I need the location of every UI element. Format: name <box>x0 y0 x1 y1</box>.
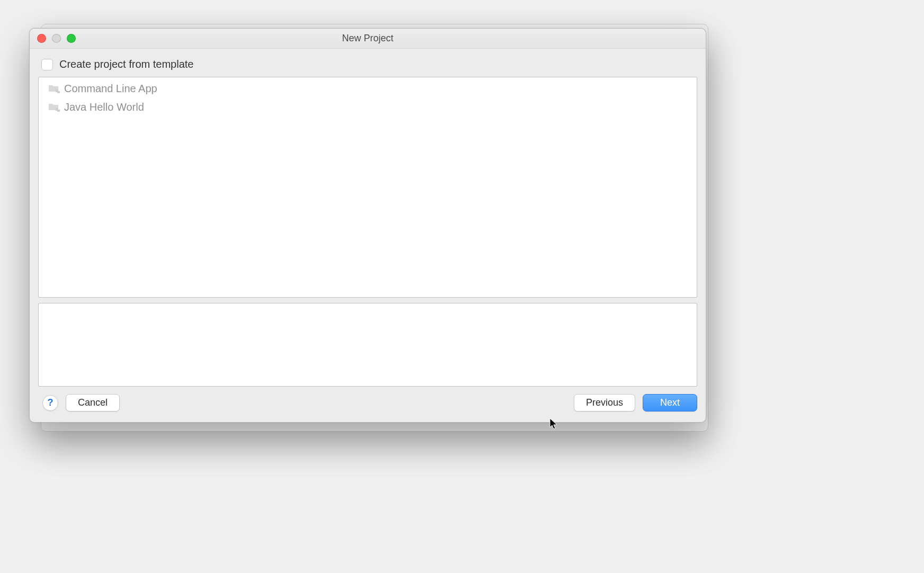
list-item-label: Java Hello World <box>64 101 144 113</box>
template-list[interactable]: Command Line App Java Hello World <box>38 77 697 298</box>
window-title: New Project <box>30 33 706 44</box>
next-button[interactable]: Next <box>643 394 697 411</box>
cancel-button[interactable]: Cancel <box>66 394 120 411</box>
create-from-template-label: Create project from template <box>59 58 193 70</box>
create-from-template-row[interactable]: Create project from template <box>38 56 697 77</box>
dialog-content: Create project from template Command Lin… <box>30 49 706 387</box>
folder-icon <box>48 85 60 93</box>
create-from-template-checkbox[interactable] <box>41 59 53 70</box>
list-item[interactable]: Command Line App <box>39 77 697 98</box>
help-icon: ? <box>48 397 54 408</box>
minimize-window-button[interactable] <box>52 34 61 43</box>
svg-rect-3 <box>57 110 60 112</box>
dialog-footer: ? Cancel Previous Next <box>30 387 706 422</box>
new-project-dialog: New Project Create project from template… <box>29 28 706 423</box>
template-description-box <box>38 303 697 387</box>
traffic-lights <box>37 34 76 43</box>
zoom-window-button[interactable] <box>67 34 76 43</box>
list-item-label: Command Line App <box>64 83 157 95</box>
folder-icon <box>48 103 60 112</box>
previous-button[interactable]: Previous <box>574 394 635 411</box>
titlebar: New Project <box>30 29 706 49</box>
list-item[interactable]: Java Hello World <box>39 98 697 117</box>
close-window-button[interactable] <box>37 34 46 43</box>
svg-rect-1 <box>57 91 60 93</box>
help-button[interactable]: ? <box>42 395 58 411</box>
